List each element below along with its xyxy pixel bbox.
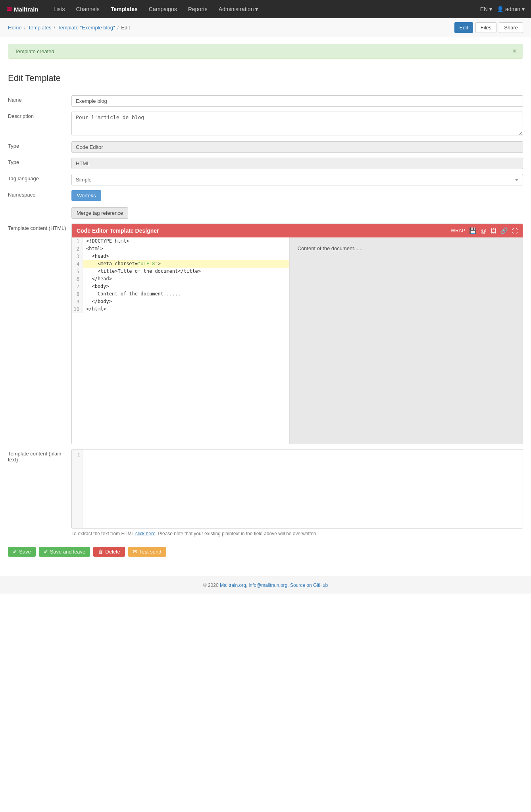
delete-label: Delete bbox=[105, 549, 120, 555]
breadcrumb-bar: Home / Templates / Template "Exemple blo… bbox=[0, 18, 531, 37]
field-row-description: Description bbox=[8, 109, 523, 139]
envelope-icon: ✉ bbox=[6, 6, 12, 13]
wrap-label[interactable]: WRAP bbox=[451, 228, 465, 233]
edit-button[interactable]: Edit bbox=[454, 22, 473, 33]
brand[interactable]: ✉ Mailtrain bbox=[6, 6, 38, 13]
brand-name: Mailtrain bbox=[14, 6, 38, 13]
footer: © 2020 Mailtrain.org, info@mailtrain.org… bbox=[0, 577, 531, 594]
fullscreen-icon[interactable]: ⛶ bbox=[512, 228, 518, 234]
footer-email-link[interactable]: info@mailtrain.org bbox=[249, 582, 288, 588]
save-icon[interactable]: 💾 bbox=[469, 227, 477, 234]
code-pane[interactable]: 1 <!DOCTYPE html> 2 <html> 3 bbox=[72, 237, 290, 444]
extract-link[interactable]: click here bbox=[135, 531, 156, 536]
save-checkmark-icon: ✔ bbox=[13, 549, 17, 555]
merge-tag-row: Merge tag reference bbox=[8, 203, 523, 221]
nav-item-templates[interactable]: Templates bbox=[105, 0, 143, 18]
field-label-namespace: Namespace bbox=[8, 188, 71, 203]
form-actions: ✔ Save ✔ ✔ Save and leave Save and leave… bbox=[8, 539, 523, 569]
footer-copy: © 2020 bbox=[203, 582, 219, 588]
navbar-right: EN ▾ 👤 admin ▾ bbox=[480, 6, 525, 12]
footer-github-link[interactable]: Source on GitHub bbox=[290, 582, 328, 588]
code-editor: Code Editor Template Designer WRAP 💾 @ 🖼… bbox=[71, 224, 523, 444]
breadcrumb: Home / Templates / Template "Exemple blo… bbox=[8, 25, 130, 31]
code-editor-body: 1 <!DOCTYPE html> 2 <html> 3 bbox=[72, 237, 523, 444]
field-label-template-plain: Template content (plain text) bbox=[8, 447, 71, 539]
user-menu[interactable]: 👤 admin ▾ bbox=[497, 6, 525, 12]
type-input bbox=[71, 141, 523, 153]
nav-item-channels[interactable]: Channels bbox=[70, 0, 105, 18]
image-icon[interactable]: 🖼 bbox=[491, 228, 496, 234]
plain-text-area[interactable] bbox=[83, 449, 523, 528]
edit-form: Name Description Type Type bbox=[8, 93, 523, 539]
name-input[interactable] bbox=[71, 95, 523, 107]
link-icon[interactable]: 🔗 bbox=[500, 227, 508, 234]
alert-close-button[interactable]: × bbox=[513, 48, 516, 54]
field-label-type: Type bbox=[8, 139, 71, 155]
code-line-10: 10 </html> bbox=[72, 305, 289, 313]
code-editor-header: Code Editor Template Designer WRAP 💾 @ 🖼… bbox=[72, 224, 523, 237]
preview-pane: Content of the document...... bbox=[290, 237, 523, 444]
delete-button[interactable]: 🗑 Delete bbox=[93, 547, 125, 557]
field-row-namespace: Namespace Worteks bbox=[8, 188, 523, 203]
nav-item-reports[interactable]: Reports bbox=[183, 0, 213, 18]
breadcrumb-sep-2: / bbox=[54, 25, 56, 31]
field-row-template-plain: Template content (plain text) 1 To extra… bbox=[8, 447, 523, 539]
test-send-icon: ✉ bbox=[133, 549, 137, 555]
code-line-5: 5 <title>Title of the document</title> bbox=[72, 268, 289, 275]
navbar: ✉ Mailtrain Lists Channels Templates Cam… bbox=[0, 0, 531, 18]
save-button[interactable]: ✔ Save bbox=[8, 547, 36, 557]
test-send-button[interactable]: ✉ Test send bbox=[128, 547, 166, 557]
merge-tag-button[interactable]: Merge tag reference bbox=[71, 207, 128, 219]
breadcrumb-home[interactable]: Home bbox=[8, 25, 22, 31]
lang-selector[interactable]: EN ▾ bbox=[480, 6, 492, 12]
plain-text-line-nums: 1 bbox=[72, 449, 83, 528]
save-label: Save bbox=[19, 549, 31, 555]
page-title: Edit Template bbox=[8, 73, 523, 83]
field-row-template-html: Template content (HTML) Code Editor Temp… bbox=[8, 221, 523, 447]
code-line-7: 7 <body> bbox=[72, 283, 289, 290]
alert-message: Template created bbox=[15, 48, 54, 54]
field-label-tag-language: Tag language bbox=[8, 172, 71, 188]
code-line-8: 8 Content of the document...... bbox=[72, 290, 289, 298]
save-leave-checkmark-icon: ✔ bbox=[44, 549, 48, 555]
nav-item-administration[interactable]: Administration ▾ bbox=[213, 0, 264, 18]
breadcrumb-sep-1: / bbox=[24, 25, 26, 31]
code-line-2: 2 <html> bbox=[72, 245, 289, 253]
nav-item-campaigns[interactable]: Campaigns bbox=[143, 0, 183, 18]
extract-note: To extract the text from HTML click here… bbox=[71, 531, 523, 536]
page-content: Edit Template Name Description Type bbox=[0, 65, 531, 577]
test-send-label: Test send bbox=[139, 549, 162, 555]
breadcrumb-actions: Edit Files Share bbox=[454, 22, 523, 33]
code-line-3: 3 <head> bbox=[72, 253, 289, 260]
field-row-type: Type bbox=[8, 139, 523, 155]
save-and-leave-button[interactable]: ✔ ✔ Save and leave Save and leave bbox=[39, 547, 90, 557]
field-row-name: Name bbox=[8, 93, 523, 109]
code-editor-title: Code Editor Template Designer bbox=[77, 228, 159, 234]
namespace-tag: Worteks bbox=[71, 190, 101, 201]
plain-text-num-1: 1 bbox=[72, 452, 83, 459]
breadcrumb-template-name[interactable]: Template "Exemple blog" bbox=[58, 25, 115, 31]
alert-success: Template created × bbox=[8, 44, 523, 59]
at-icon[interactable]: @ bbox=[481, 228, 487, 234]
nav-item-lists[interactable]: Lists bbox=[48, 0, 71, 18]
breadcrumb-current: Edit bbox=[121, 25, 130, 31]
type2-input bbox=[71, 158, 523, 169]
files-button[interactable]: Files bbox=[475, 22, 496, 33]
code-line-6: 6 </head> bbox=[72, 275, 289, 283]
field-label-type2: Type bbox=[8, 155, 71, 172]
preview-text: Content of the document...... bbox=[298, 245, 363, 251]
code-editor-tools: WRAP 💾 @ 🖼 🔗 ⛶ bbox=[451, 227, 518, 234]
nav-links: Lists Channels Templates Campaigns Repor… bbox=[48, 0, 264, 18]
share-button[interactable]: Share bbox=[499, 22, 523, 33]
breadcrumb-sep-3: / bbox=[117, 25, 119, 31]
field-label-description: Description bbox=[8, 109, 71, 139]
footer-org-link[interactable]: Mailtrain.org bbox=[220, 582, 246, 588]
tag-language-select[interactable]: Simple Handlebars bbox=[71, 174, 523, 185]
field-label-name: Name bbox=[8, 93, 71, 109]
description-input[interactable] bbox=[71, 112, 523, 135]
plain-text-editor: 1 bbox=[71, 449, 523, 528]
code-line-9: 9 </body> bbox=[72, 298, 289, 305]
code-line-1: 1 <!DOCTYPE html> bbox=[72, 237, 289, 245]
breadcrumb-templates[interactable]: Templates bbox=[28, 25, 51, 31]
code-lines: 1 <!DOCTYPE html> 2 <html> 3 bbox=[72, 237, 289, 313]
